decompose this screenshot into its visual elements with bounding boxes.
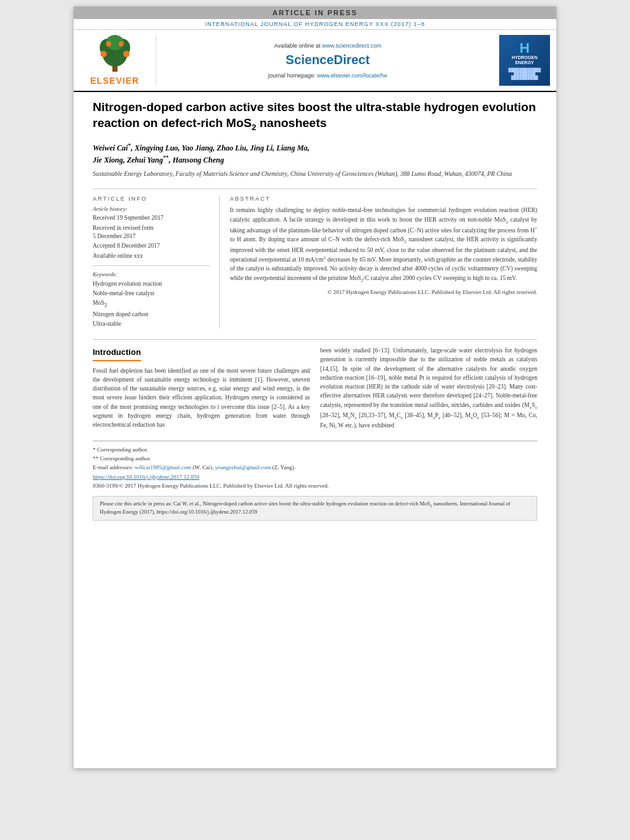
footnote-corresponding1: * Corresponding author. — [93, 445, 537, 454]
thumbnail-title: HYDROGENENERGY — [512, 55, 537, 66]
center-section: Available online at www.sciencedirect.co… — [156, 35, 499, 86]
svg-point-7 — [106, 41, 111, 46]
footnote-section: * Corresponding author. ** Corresponding… — [93, 441, 537, 491]
homepage-url[interactable]: www.elsevier.com/locate/he — [317, 72, 387, 79]
article-history-label: Article history: — [93, 206, 210, 212]
footnote-email: E-mail addresses: willcai1985@gmail.com … — [93, 463, 537, 472]
article-info-heading: ARTICLE INFO — [93, 196, 210, 202]
science-text: Science — [286, 53, 334, 67]
copyright-line: © 2017 Hydrogen Energy Publications LLC.… — [230, 289, 537, 295]
article-title: Nitrogen-doped carbon active sites boost… — [93, 100, 537, 133]
sciencedirect-logo: ScienceDirect — [286, 53, 370, 67]
journal-thumbnail: H HYDROGENENERGY ███████████████████████… — [499, 35, 550, 86]
svg-point-5 — [100, 51, 107, 57]
received-date: Received 19 September 2017 — [93, 214, 210, 222]
journal-line: INTERNATIONAL JOURNAL OF HYDROGEN ENERGY… — [205, 21, 426, 27]
citation-text: Please cite this article in press as: Ca… — [100, 500, 511, 515]
abstract-section: ABSTRACT It remains highly challenging t… — [230, 196, 537, 329]
introduction-section: Introduction Fossil fuel depletion has b… — [93, 339, 537, 430]
svg-point-8 — [119, 41, 124, 46]
article-info: ARTICLE INFO Article history: Received 1… — [93, 196, 220, 329]
available-online: Available online xxx — [93, 252, 210, 260]
keyword-2: Noble-metal-free catalyst — [93, 289, 210, 298]
thumbnail-h: H — [519, 41, 530, 55]
available-url[interactable]: www.sciencedirect.com — [322, 43, 382, 49]
intro-col1-text: Fossil fuel depletion has been identifie… — [93, 366, 310, 430]
revised-date: Received in revised form5 December 2017 — [93, 224, 210, 241]
intro-col2-text: been widely studied [6–13]. Unfortunatel… — [320, 346, 537, 430]
aip-text: ARTICLE IN PRESS — [272, 9, 358, 17]
svg-point-6 — [123, 51, 130, 57]
available-text: Available online at www.sciencedirect.co… — [274, 43, 382, 49]
elsevier-text: ELSEVIER — [90, 76, 139, 86]
keywords-list: Hydrogen evolution reaction Noble-metal-… — [93, 279, 210, 329]
email-yang[interactable]: yeungzehui@gmail.com — [215, 464, 271, 470]
keyword-5: Ultra-stable — [93, 319, 210, 329]
direct-text: Direct — [333, 53, 370, 67]
main-content: Nitrogen-doped carbon active sites boost… — [74, 92, 556, 527]
journal-header: INTERNATIONAL JOURNAL OF HYDROGEN ENERGY… — [74, 19, 556, 30]
top-section: ELSEVIER Available online at www.science… — [74, 30, 556, 92]
elsevier-logo: ELSEVIER — [80, 35, 156, 86]
intro-two-col: Introduction Fossil fuel depletion has b… — [93, 346, 537, 430]
intro-col-right: been widely studied [6–13]. Unfortunatel… — [320, 346, 537, 430]
footnote-corresponding2: ** Corresponding author. — [93, 454, 537, 463]
abstract-heading: ABSTRACT — [230, 196, 537, 202]
keyword-4: Nitrogen doped carbon — [93, 310, 210, 319]
citation-banner: Please cite this article in press as: Ca… — [93, 496, 537, 521]
keyword-3: MoS2 — [93, 298, 210, 310]
email-cai[interactable]: willcai1985@gmail.com — [135, 464, 191, 470]
keyword-1: Hydrogen evolution reaction — [93, 279, 210, 289]
info-divider — [93, 265, 210, 266]
authors: Weiwei Cai*, Xingying Luo, Yao Jiang, Zh… — [93, 142, 537, 166]
journal-homepage: journal homepage: www.elsevier.com/locat… — [268, 72, 387, 79]
intro-col-left: Introduction Fossil fuel depletion has b… — [93, 346, 310, 430]
info-abstract-section: ARTICLE INFO Article history: Received 1… — [93, 189, 537, 329]
page: ARTICLE IN PRESS INTERNATIONAL JOURNAL O… — [74, 6, 556, 768]
intro-heading: Introduction — [93, 346, 141, 361]
aip-banner: ARTICLE IN PRESS — [74, 6, 556, 19]
thumbnail-lines: ██████████████████████████████ — [508, 68, 540, 79]
doi-link[interactable]: https://doi.org/10.1016/j.ijhydene.2017.… — [93, 474, 199, 480]
keywords-label: Keywords: — [93, 271, 210, 277]
issn-line: 0360-3199/© 2017 Hydrogen Energy Publica… — [93, 481, 537, 490]
affiliation: Sustainable Energy Laboratory, Faculty o… — [93, 170, 537, 178]
elsevier-tree-icon — [90, 35, 140, 73]
abstract-text: It remains highly challenging to deploy … — [230, 206, 537, 284]
accepted-date: Accepted 8 December 2017 — [93, 242, 210, 250]
